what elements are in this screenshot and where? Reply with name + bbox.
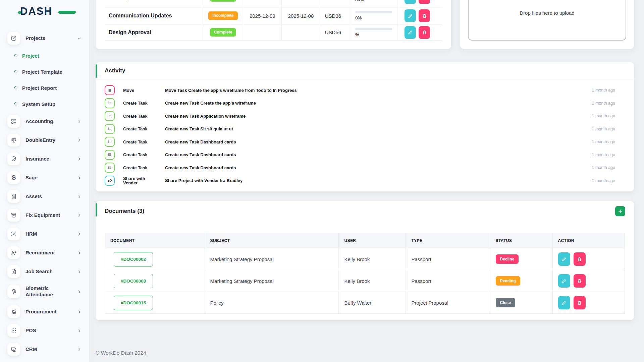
document-subject: Marketing Strategy Proposal bbox=[205, 270, 339, 292]
task-price bbox=[320, 0, 351, 7]
document-id-button[interactable]: #DOC00015 bbox=[114, 296, 153, 310]
activity-item: Share with Vender Share Project with Ven… bbox=[105, 174, 615, 187]
task-price: USD56 bbox=[320, 24, 351, 40]
sidebar-item-projects[interactable]: Projects bbox=[0, 29, 89, 48]
sidebar-item-biometric-attendance[interactable]: Biometric Attendance bbox=[0, 281, 89, 302]
task-end-date: 2025-12-08 bbox=[281, 7, 320, 24]
col-action: ACTION bbox=[552, 233, 625, 248]
activity-item: Move Move Task Create the app's wirefram… bbox=[105, 84, 615, 97]
sidebar-item-project-template[interactable]: Project Template bbox=[0, 64, 89, 80]
document-user: Kelly Brook bbox=[339, 270, 406, 292]
activity-title: Activity bbox=[105, 67, 125, 74]
bullet-icon bbox=[13, 69, 18, 74]
sidebar-item-label: Projects bbox=[25, 35, 70, 42]
sidebar-item-project-report[interactable]: Project Report bbox=[0, 80, 89, 96]
sidebar-item-hrm[interactable]: HRM bbox=[0, 225, 89, 243]
shield-check-icon bbox=[7, 153, 20, 165]
sidebar-item-sage[interactable]: S Sage bbox=[0, 168, 89, 187]
sidebar-item-doubleentry[interactable]: DoubleEntry bbox=[0, 131, 89, 149]
sidebar-item-insurance[interactable]: Insurance bbox=[0, 149, 89, 168]
task-name: g bbox=[105, 0, 203, 7]
sidebar-item-label: Recruitment bbox=[25, 250, 70, 256]
sidebar-item-recruitment[interactable]: Recruitment bbox=[0, 243, 89, 262]
chevron-right-icon bbox=[77, 289, 82, 294]
edit-document-button[interactable] bbox=[558, 296, 570, 309]
checkbox-icon bbox=[7, 32, 20, 45]
sidebar-item-label: Sage bbox=[25, 175, 70, 181]
sidebar-item-accounting[interactable]: Accounting bbox=[0, 112, 89, 131]
activity-type: Move bbox=[123, 88, 157, 93]
sidebar-item-label: Procurement bbox=[25, 309, 70, 315]
sidebar-subitem-label: Project bbox=[22, 53, 39, 59]
chevron-right-icon bbox=[77, 250, 82, 255]
logo-text: DASH bbox=[20, 5, 52, 17]
chevron-right-icon bbox=[77, 213, 82, 218]
progress-label: % bbox=[355, 32, 392, 37]
cart-icon bbox=[7, 305, 20, 318]
projects-submenu: Project Project Template Project Report … bbox=[0, 48, 89, 112]
sidebar-item-system-setup[interactable]: System Setup bbox=[0, 96, 89, 112]
activity-item: Create Task Create new Task Create the a… bbox=[105, 97, 615, 110]
sidebar-item-procurement[interactable]: Procurement bbox=[0, 302, 89, 321]
status-badge: Close bbox=[496, 298, 516, 307]
col-user: USER bbox=[339, 233, 406, 248]
app-logo[interactable]: DASH bbox=[20, 5, 70, 19]
task-list-icon bbox=[105, 137, 115, 147]
edit-task-button[interactable] bbox=[405, 0, 416, 4]
add-document-button[interactable] bbox=[615, 206, 625, 216]
activity-description: Share Project with Vender Ira Bradley bbox=[165, 178, 592, 183]
documents-card: Documents (3) DOCUMENT SUBJECT USER TYPE… bbox=[96, 201, 634, 320]
sidebar-item-pos[interactable]: POS bbox=[0, 321, 89, 340]
activity-item: Create Task Create new Task Sit sit quia… bbox=[105, 123, 615, 136]
sidebar-item-fix-equipment[interactable]: Fix Equipment bbox=[0, 206, 89, 225]
col-document: DOCUMENT bbox=[105, 233, 205, 248]
share-icon bbox=[105, 176, 115, 186]
sidebar-item-project[interactable]: Project bbox=[0, 48, 89, 64]
activity-time: 1 month ago bbox=[592, 165, 615, 170]
edit-task-button[interactable] bbox=[405, 26, 416, 39]
progress-label: 0% bbox=[355, 15, 392, 20]
edit-document-button[interactable] bbox=[558, 274, 570, 288]
delete-document-button[interactable] bbox=[574, 252, 586, 266]
activity-list: Move Move Task Create the app's wirefram… bbox=[96, 79, 634, 187]
document-subject: Policy bbox=[205, 292, 339, 314]
sidebar: DASH Projects Project Pr bbox=[0, 0, 89, 362]
document-id-button[interactable]: #DOC00002 bbox=[114, 252, 153, 266]
logo-dot bbox=[18, 11, 21, 14]
progress-bar bbox=[355, 11, 392, 13]
sidebar-item-assets[interactable]: Assets bbox=[0, 187, 89, 206]
sidebar-item-job-search[interactable]: Job Search bbox=[0, 262, 89, 281]
delete-document-button[interactable] bbox=[574, 274, 586, 288]
document-id-button[interactable]: #DOC00008 bbox=[114, 274, 153, 288]
delete-task-button[interactable] bbox=[419, 9, 430, 22]
sidebar-item-label: Biometric Attendance bbox=[25, 285, 70, 298]
sidebar-item-crm[interactable]: CRM bbox=[0, 340, 89, 359]
file-search-icon bbox=[7, 265, 20, 278]
task-list-icon bbox=[105, 111, 115, 121]
task-start-date bbox=[243, 0, 281, 7]
chevron-right-icon bbox=[77, 175, 82, 180]
dropzone-label: Drop files here to upload bbox=[520, 10, 574, 16]
task-price: USD36 bbox=[320, 7, 351, 24]
documents-table-header: DOCUMENT SUBJECT USER TYPE STATUS ACTION bbox=[105, 233, 625, 248]
sidebar-item-label: HRM bbox=[25, 231, 70, 237]
activity-description: Move Task Create the app's wireframe fro… bbox=[165, 88, 592, 93]
edit-document-button[interactable] bbox=[558, 252, 570, 266]
calculator-icon bbox=[7, 190, 20, 203]
sidebar-item-label: Accounting bbox=[25, 118, 70, 125]
bullet-icon bbox=[13, 85, 18, 90]
activity-type: Create Task bbox=[123, 114, 157, 118]
chevron-right-icon bbox=[77, 269, 82, 274]
document-user: Buffy Walter bbox=[339, 292, 406, 314]
delete-task-button[interactable] bbox=[419, 26, 430, 39]
tasks-card: g Complete 85% Communication Updates Inc… bbox=[96, 0, 451, 49]
delete-task-button[interactable] bbox=[419, 0, 430, 4]
file-dropzone[interactable]: Drop files here to upload bbox=[468, 0, 626, 41]
status-badge: Pending bbox=[496, 276, 520, 286]
status-badge: Decline bbox=[496, 254, 519, 264]
edit-task-button[interactable] bbox=[405, 9, 416, 22]
person-focus-icon bbox=[7, 228, 20, 240]
activity-time: 1 month ago bbox=[592, 139, 615, 144]
sidebar-subitem-label: System Setup bbox=[22, 101, 55, 107]
delete-document-button[interactable] bbox=[574, 296, 586, 309]
